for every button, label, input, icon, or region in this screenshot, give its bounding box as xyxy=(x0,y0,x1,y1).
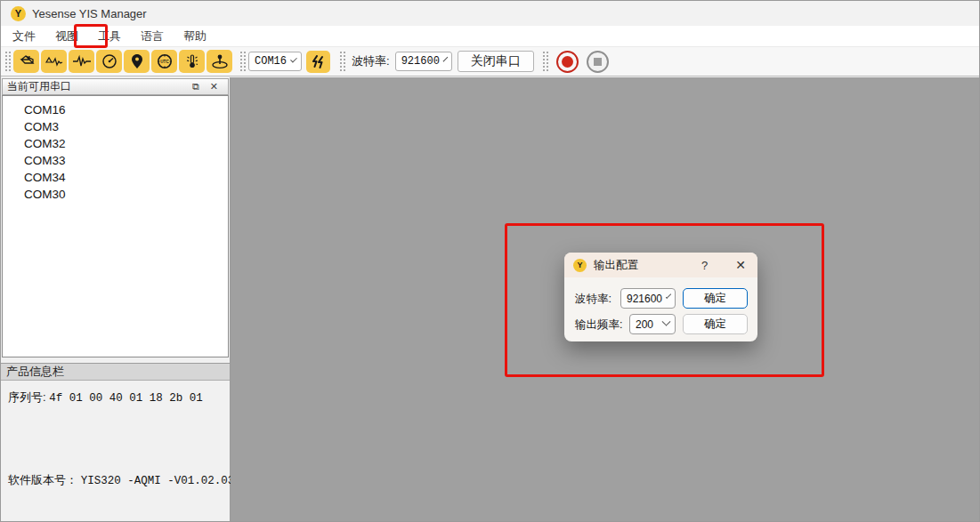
port-select[interactable]: COM16 xyxy=(248,52,302,71)
list-item-port[interactable]: COM16 xyxy=(3,101,228,118)
window-title: Yesense YIS Manager xyxy=(32,7,147,20)
list-item-port[interactable]: COM3 xyxy=(3,118,228,135)
product-info-header: 产品信息栏 xyxy=(1,363,230,381)
port-select-value: COM16 xyxy=(255,55,287,68)
baud-rate-select[interactable]: 921600 xyxy=(395,52,452,71)
app-window: Y Yesense YIS Manager 文件 视图 工具 语言 帮助 UTC xyxy=(0,0,980,522)
list-item-port[interactable]: COM33 xyxy=(3,152,228,169)
refresh-icon[interactable] xyxy=(306,51,330,73)
port-list: COM16 COM3 COM32 COM33 COM34 COM30 xyxy=(2,95,229,357)
app-body: 当前可用串口 ⧉ ✕ COM16 COM3 COM32 COM33 COM34 … xyxy=(1,77,979,521)
serial-number-line: 序列号: 4f 01 00 40 01 18 2b 01 xyxy=(8,389,203,406)
toolbar-drag-handle[interactable] xyxy=(239,50,246,73)
ports-panel-title: 当前可用串口 xyxy=(7,79,187,94)
waveform-delta-icon[interactable] xyxy=(41,50,67,73)
close-serial-port-button[interactable]: 关闭串口 xyxy=(458,51,534,72)
menu-item-help[interactable]: 帮助 xyxy=(174,26,216,47)
list-item-port[interactable]: COM32 xyxy=(3,135,228,152)
chevron-down-icon xyxy=(290,55,297,62)
product-info-title: 产品信息栏 xyxy=(6,364,64,380)
baud-rate-label: 波特率: xyxy=(352,53,390,69)
title-bar: Y Yesense YIS Manager xyxy=(1,1,979,26)
baud-rate-value: 921600 xyxy=(401,55,440,68)
serial-number-value: 4f 01 00 40 01 18 2b 01 xyxy=(49,392,203,405)
location-pin-icon[interactable] xyxy=(124,50,150,73)
utc-clock-icon[interactable]: UTC xyxy=(151,50,177,73)
list-item-port[interactable]: COM30 xyxy=(3,186,228,203)
close-icon[interactable]: ✕ xyxy=(735,258,746,272)
close-panel-icon[interactable]: ✕ xyxy=(205,82,223,92)
product-info-area: 序列号: 4f 01 00 40 01 18 2b 01 软件版本号： YIS3… xyxy=(1,381,230,521)
gauge-icon[interactable] xyxy=(96,50,122,73)
float-panel-icon[interactable]: ⧉ xyxy=(187,82,205,92)
confirm-frequency-button[interactable]: 确定 xyxy=(683,314,748,334)
dialog-frequency-label: 输出频率: xyxy=(575,317,622,333)
dialog-title-bar[interactable]: Y 输出配置 ? ✕ xyxy=(564,253,757,277)
software-version-label: 软件版本号： xyxy=(8,473,77,486)
confirm-baud-button[interactable]: 确定 xyxy=(683,288,748,309)
dialog-title: 输出配置 xyxy=(594,258,701,273)
record-icon[interactable] xyxy=(556,51,579,73)
chevron-down-icon xyxy=(662,317,671,326)
toolbar-drag-handle[interactable] xyxy=(4,50,11,73)
ports-panel-header: 当前可用串口 ⧉ ✕ xyxy=(2,78,229,95)
yesense-logo-icon: Y xyxy=(11,6,26,21)
dialog-frequency-select[interactable]: 200 xyxy=(629,314,676,334)
waveform-pulse-icon[interactable] xyxy=(69,50,94,73)
joystick-icon[interactable] xyxy=(207,50,232,73)
dialog-frequency-value: 200 xyxy=(636,318,653,331)
menu-bar: 文件 视图 工具 语言 帮助 xyxy=(1,26,979,47)
chevron-down-icon xyxy=(443,56,449,61)
serial-number-label: 序列号: xyxy=(8,390,46,404)
dialog-baud-value: 921600 xyxy=(627,293,662,305)
software-version-value: YIS320 -AQMI -V01.02.03; xyxy=(81,475,241,487)
menu-item-view[interactable]: 视图 xyxy=(45,26,88,47)
help-icon[interactable]: ? xyxy=(701,259,708,272)
cube-3d-icon[interactable] xyxy=(13,50,39,73)
stop-icon[interactable] xyxy=(587,51,609,73)
thermometer-icon[interactable] xyxy=(179,50,205,73)
toolbar: UTC COM16 波特率: 921600 关闭串口 xyxy=(1,47,979,76)
baud-rate-row: 波特率: 921600 确定 xyxy=(564,288,757,309)
list-item-port[interactable]: COM34 xyxy=(3,169,228,186)
toolbar-drag-handle[interactable] xyxy=(542,50,548,73)
software-version-line: 软件版本号： YIS320 -AQMI -V01.02.03; xyxy=(8,472,241,488)
dialog-baud-label: 波特率: xyxy=(575,292,611,307)
svg-text:UTC: UTC xyxy=(160,60,169,64)
menu-item-tools[interactable]: 工具 xyxy=(88,26,131,47)
chevron-down-icon xyxy=(666,293,671,299)
menu-item-file[interactable]: 文件 xyxy=(3,26,45,47)
output-frequency-row: 输出频率: 200 确定 xyxy=(564,314,757,334)
yesense-logo-icon: Y xyxy=(573,259,587,272)
dialog-baud-select[interactable]: 921600 xyxy=(620,288,676,309)
output-config-dialog: Y 输出配置 ? ✕ 波特率: 921600 确定 输出频率: 200 确定 xyxy=(564,253,757,341)
menu-item-language[interactable]: 语言 xyxy=(131,26,174,47)
serial-ports-panel: 当前可用串口 ⧉ ✕ COM16 COM3 COM32 COM33 COM34 … xyxy=(1,77,231,521)
toolbar-drag-handle[interactable] xyxy=(339,50,345,73)
